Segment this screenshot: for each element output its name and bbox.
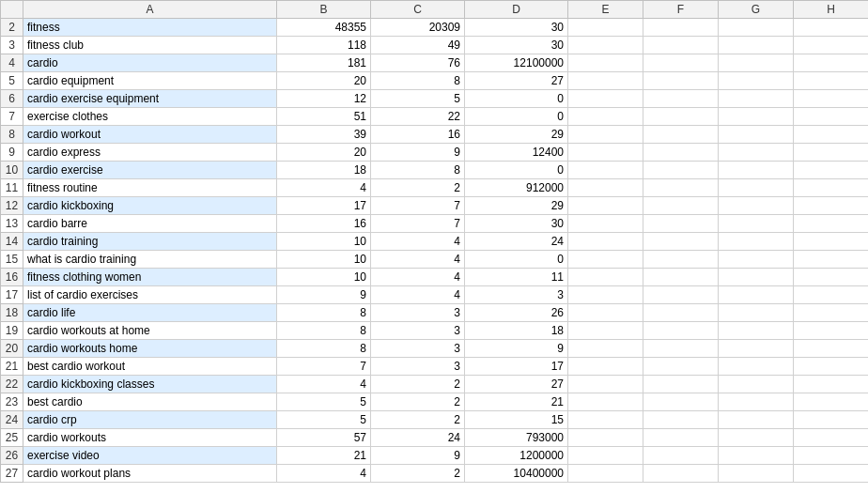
cell-e[interactable] (568, 358, 643, 376)
cell-e[interactable] (568, 340, 643, 358)
cell-b[interactable]: 16 (277, 215, 371, 233)
cell-b[interactable]: 7 (277, 358, 371, 376)
cell-b[interactable]: 51 (277, 108, 371, 126)
cell-g[interactable] (719, 215, 794, 233)
cell-e[interactable] (568, 108, 643, 126)
cell-e[interactable] (568, 215, 643, 233)
cell-g[interactable] (719, 465, 794, 483)
cell-c[interactable]: 22 (371, 108, 465, 126)
cell-d[interactable]: 17 (465, 358, 568, 376)
cell-a[interactable]: cardio exercise (23, 162, 277, 179)
cell-b[interactable]: 48355 (277, 19, 371, 37)
cell-d[interactable]: 30 (465, 37, 568, 54)
cell-a[interactable]: cardio (23, 54, 277, 72)
cell-b[interactable]: 5 (277, 393, 371, 411)
cell-g[interactable] (719, 322, 794, 340)
cell-e[interactable] (568, 465, 643, 483)
cell-d[interactable]: 29 (465, 197, 568, 215)
cell-f[interactable] (643, 19, 719, 37)
cell-f[interactable] (643, 393, 719, 411)
cell-h[interactable] (794, 179, 869, 197)
cell-a[interactable]: best cardio workout (23, 358, 277, 376)
cell-a[interactable]: cardio workouts home (23, 340, 277, 358)
cell-h[interactable] (794, 37, 869, 54)
cell-a[interactable]: fitness clothing women (23, 269, 277, 286)
col-e-header[interactable]: E (568, 1, 643, 19)
cell-e[interactable] (568, 162, 643, 179)
col-h-header[interactable]: H (794, 1, 869, 19)
cell-g[interactable] (719, 19, 794, 37)
cell-f[interactable] (643, 322, 719, 340)
cell-c[interactable]: 24 (371, 429, 465, 447)
cell-a[interactable]: cardio kickboxing classes (23, 376, 277, 393)
cell-b[interactable]: 8 (277, 304, 371, 322)
cell-d[interactable]: 3 (465, 286, 568, 304)
col-a-header[interactable]: A (23, 1, 277, 19)
cell-f[interactable] (643, 179, 719, 197)
cell-d[interactable]: 29 (465, 126, 568, 144)
cell-f[interactable] (643, 286, 719, 304)
cell-a[interactable]: cardio workout plans (23, 465, 277, 483)
cell-f[interactable] (643, 162, 719, 179)
cell-h[interactable] (794, 376, 869, 393)
cell-a[interactable]: cardio life (23, 304, 277, 322)
cell-b[interactable]: 20 (277, 144, 371, 162)
cell-a[interactable]: cardio training (23, 233, 277, 251)
cell-f[interactable] (643, 376, 719, 393)
cell-b[interactable]: 10 (277, 251, 371, 269)
cell-e[interactable] (568, 429, 643, 447)
cell-e[interactable] (568, 447, 643, 465)
cell-d[interactable]: 10400000 (465, 465, 568, 483)
cell-g[interactable] (719, 144, 794, 162)
cell-h[interactable] (794, 126, 869, 144)
cell-b[interactable]: 8 (277, 340, 371, 358)
cell-e[interactable] (568, 54, 643, 72)
cell-a[interactable]: list of cardio exercises (23, 286, 277, 304)
cell-c[interactable]: 8 (371, 162, 465, 179)
cell-b[interactable]: 12 (277, 90, 371, 108)
cell-g[interactable] (719, 340, 794, 358)
cell-d[interactable]: 15 (465, 411, 568, 429)
cell-e[interactable] (568, 179, 643, 197)
cell-a[interactable]: cardio workouts at home (23, 322, 277, 340)
cell-g[interactable] (719, 411, 794, 429)
cell-f[interactable] (643, 90, 719, 108)
cell-e[interactable] (568, 393, 643, 411)
cell-d[interactable]: 30 (465, 19, 568, 37)
cell-c[interactable]: 3 (371, 322, 465, 340)
cell-b[interactable]: 18 (277, 162, 371, 179)
cell-f[interactable] (643, 340, 719, 358)
cell-h[interactable] (794, 429, 869, 447)
cell-g[interactable] (719, 162, 794, 179)
cell-b[interactable]: 57 (277, 429, 371, 447)
cell-c[interactable]: 9 (371, 144, 465, 162)
cell-f[interactable] (643, 72, 719, 90)
cell-h[interactable] (794, 144, 869, 162)
cell-d[interactable]: 30 (465, 215, 568, 233)
cell-c[interactable]: 2 (371, 393, 465, 411)
cell-g[interactable] (719, 376, 794, 393)
cell-b[interactable]: 21 (277, 447, 371, 465)
cell-d[interactable]: 27 (465, 72, 568, 90)
cell-c[interactable]: 16 (371, 126, 465, 144)
cell-b[interactable]: 118 (277, 37, 371, 54)
cell-h[interactable] (794, 233, 869, 251)
cell-b[interactable]: 4 (277, 179, 371, 197)
cell-d[interactable]: 0 (465, 251, 568, 269)
cell-c[interactable]: 3 (371, 340, 465, 358)
cell-h[interactable] (794, 54, 869, 72)
col-f-header[interactable]: F (643, 1, 719, 19)
cell-c[interactable]: 2 (371, 179, 465, 197)
cell-f[interactable] (643, 108, 719, 126)
cell-a[interactable]: cardio exercise equipment (23, 90, 277, 108)
cell-g[interactable] (719, 251, 794, 269)
cell-d[interactable]: 793000 (465, 429, 568, 447)
cell-e[interactable] (568, 376, 643, 393)
cell-g[interactable] (719, 90, 794, 108)
cell-c[interactable]: 7 (371, 215, 465, 233)
cell-f[interactable] (643, 37, 719, 54)
cell-f[interactable] (643, 54, 719, 72)
cell-c[interactable]: 5 (371, 90, 465, 108)
cell-e[interactable] (568, 37, 643, 54)
cell-e[interactable] (568, 269, 643, 286)
